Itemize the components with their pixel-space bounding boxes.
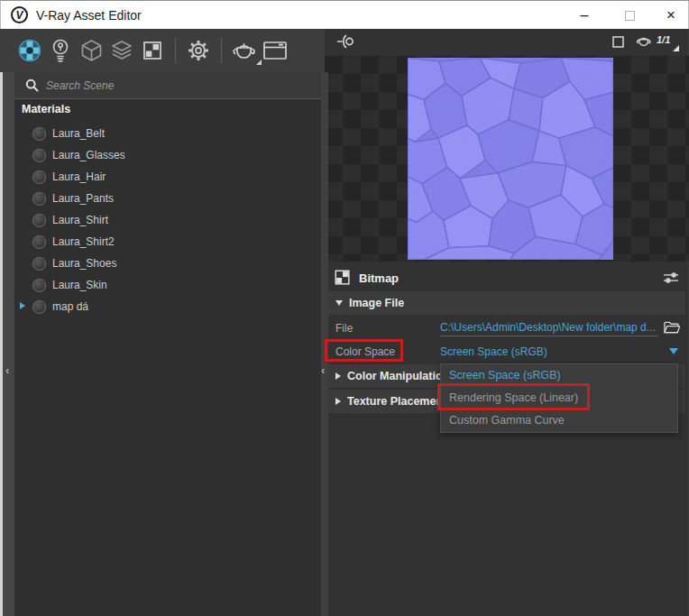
pages-dropdown-indicator (673, 45, 679, 51)
material-row-laura-shirt[interactable]: Laura_Shirt (14, 209, 321, 231)
toolbar-separator (221, 38, 222, 63)
material-row-laura-pants[interactable]: Laura_Pants (14, 188, 321, 209)
material-label: Laura_Skin (52, 279, 107, 291)
properties-panel: 1/1 (325, 29, 689, 616)
material-row-map-da[interactable]: map dá (14, 296, 321, 317)
preview-toggle-icon[interactable] (336, 33, 356, 50)
texture-swatch-icon (141, 39, 164, 62)
material-sphere-icon (32, 300, 46, 314)
material-label: Laura_Pants (52, 192, 114, 205)
material-label: Laura_Glasses (52, 149, 125, 161)
textures-tab-button[interactable] (137, 35, 168, 66)
section-label: Image File (349, 297, 404, 309)
settings-button[interactable] (183, 35, 214, 66)
window-title: V-Ray Asset Editor (36, 1, 142, 30)
frame-buffer-icon (262, 39, 289, 62)
search-input[interactable] (46, 79, 280, 92)
file-path-value[interactable]: C:\Users\Admin\Desktop\New folder\map d.… (440, 321, 658, 336)
preview-pages-indicator[interactable]: 1/1 (657, 34, 670, 45)
cube-icon (79, 38, 104, 63)
dropdown-option-rendering-space[interactable]: Rendering Space (Linear) (441, 387, 677, 409)
layers-tab-button[interactable] (106, 35, 137, 66)
section-expanded-icon (335, 300, 343, 306)
asset-list-panel: Materials Laura_Belt Laura_Glasses Laura… (14, 72, 321, 616)
minimize-button[interactable]: – (569, 1, 600, 30)
dropdown-option-screen-space[interactable]: Screen Space (sRGB) (441, 364, 677, 387)
material-label: Laura_Shirt2 (52, 235, 115, 248)
material-sphere-icon (32, 192, 46, 206)
search-bar[interactable] (14, 72, 321, 99)
search-icon (25, 78, 39, 92)
preview-render-teapot-icon[interactable] (635, 33, 653, 49)
open-folder-icon[interactable] (663, 320, 680, 335)
toolbar-separator (175, 38, 176, 63)
material-sphere-icon (32, 235, 46, 249)
left-collapse-strip[interactable]: ‹ (0, 72, 14, 616)
bitmap-node-icon (334, 269, 352, 287)
section-collapsed-icon (335, 398, 341, 405)
node-title: Bitmap (359, 271, 399, 285)
material-label: map dá (52, 300, 88, 313)
color-space-selected-value[interactable]: Screen Space (sRGB) (440, 345, 658, 358)
titlebar: V V-Ray Asset Editor – × (0, 0, 689, 29)
collapse-left-arrow-icon[interactable]: ‹ (5, 363, 9, 377)
vray-asset-editor-window: V V-Ray Asset Editor – × (0, 0, 689, 616)
material-row-laura-glasses[interactable]: Laura_Glasses (14, 144, 321, 166)
material-row-laura-belt[interactable]: Laura_Belt (14, 123, 321, 144)
material-sphere-icon (32, 214, 46, 227)
expand-arrow-icon[interactable] (20, 302, 25, 309)
material-sphere-icon (32, 127, 46, 141)
color-space-label: Color Space (335, 345, 395, 358)
material-label: Laura_Shirt (52, 214, 108, 226)
normal-map-preview-image (408, 58, 613, 260)
material-row-laura-shoes[interactable]: Laura_Shoes (14, 253, 321, 274)
materials-list: Laura_Belt Laura_Glasses Laura_Hair Laur… (14, 123, 321, 317)
light-bulb-icon (49, 38, 72, 63)
section-label: Texture Placement (347, 395, 446, 408)
collapse-panel-arrow-icon[interactable]: ‹ (321, 363, 325, 377)
material-sphere-icon (32, 257, 46, 271)
render-button[interactable] (229, 35, 260, 66)
lights-tab-button[interactable] (45, 35, 76, 66)
node-options-sliders-icon[interactable] (662, 271, 680, 285)
chevron-down-icon[interactable] (669, 348, 678, 354)
layers-icon (109, 38, 134, 63)
material-label: Laura_Belt (52, 127, 105, 140)
file-label: File (335, 322, 353, 335)
node-header: Bitmap (325, 265, 689, 290)
close-button[interactable]: × (656, 1, 686, 30)
material-sphere-icon (32, 149, 46, 162)
dropdown-option-custom-gamma[interactable]: Custom Gamma Curve (441, 409, 677, 432)
preview-toolbar: 1/1 (325, 29, 689, 56)
materials-icon (17, 38, 42, 63)
preview-shape-icon[interactable] (611, 35, 625, 49)
material-row-laura-shirt2[interactable]: Laura_Shirt2 (14, 231, 321, 253)
material-sphere-icon (32, 170, 46, 184)
materials-tab-button[interactable] (14, 35, 45, 66)
material-row-laura-skin[interactable]: Laura_Skin (14, 274, 321, 296)
vray-logo-icon: V (11, 6, 28, 23)
file-row: File C:\Users\Admin\Desktop\New folder\m… (328, 317, 685, 339)
material-label: Laura_Shoes (52, 257, 116, 270)
main-toolbar (0, 29, 325, 72)
section-image-file[interactable]: Image File (328, 291, 685, 315)
texture-preview-area (325, 56, 689, 262)
material-sphere-icon (32, 279, 46, 292)
frame-buffer-button[interactable] (260, 35, 290, 66)
color-space-row[interactable]: Color Space Screen Space (sRGB) (328, 341, 685, 363)
color-space-dropdown: Screen Space (sRGB) Rendering Space (Lin… (440, 363, 678, 433)
teapot-icon (230, 39, 259, 62)
material-label: Laura_Hair (52, 170, 106, 183)
gear-icon (186, 38, 211, 63)
material-row-laura-hair[interactable]: Laura_Hair (14, 166, 321, 188)
maximize-icon (625, 11, 635, 21)
maximize-button[interactable] (614, 1, 645, 30)
section-label: Color Manipulation (347, 370, 449, 382)
section-collapsed-icon (335, 372, 341, 380)
geometry-tab-button[interactable] (76, 35, 106, 66)
materials-section-title: Materials (22, 103, 70, 115)
panel-divider-strip[interactable]: ‹ (321, 72, 328, 616)
